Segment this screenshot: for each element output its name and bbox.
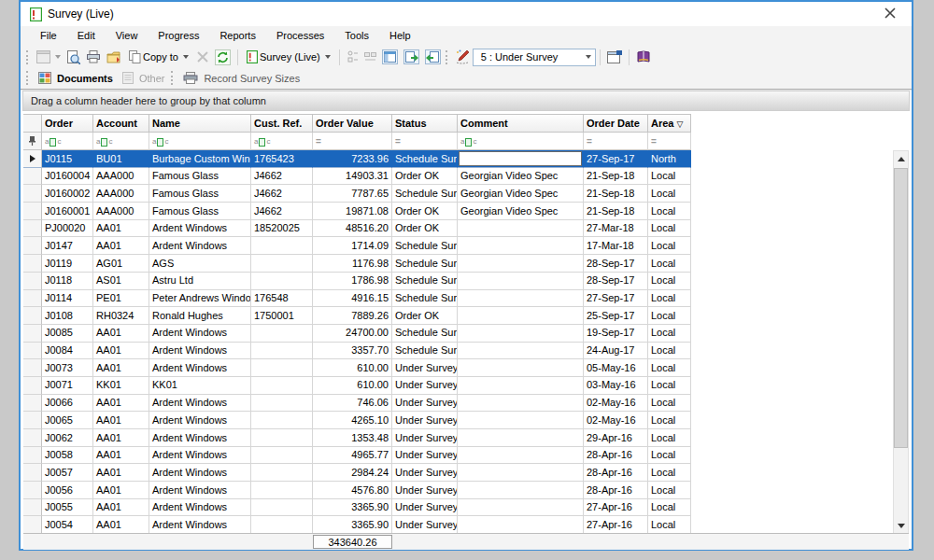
grid-cell-order-date[interactable]: 03-May-16 (584, 377, 648, 395)
row-indicator-cell[interactable] (23, 168, 42, 186)
close-icon[interactable] (884, 7, 899, 21)
table-row[interactable]: J0058AA01Ardent Windows4965.77Under Surv… (23, 447, 691, 465)
grid-cell-account[interactable]: KK01 (93, 377, 149, 395)
grid-cell-area[interactable]: Local (648, 273, 691, 290)
grid-cell-order-value[interactable]: 2984.24 (313, 464, 392, 482)
grid-cell-name[interactable]: Ardent Windows (149, 220, 251, 238)
grid-cell-status[interactable]: Schedule Survey (392, 290, 458, 308)
table-row[interactable]: J0062AA01Ardent Windows1353.48Under Surv… (23, 429, 691, 447)
grid-cell-comment[interactable] (458, 220, 584, 238)
grid-cell-order-date[interactable]: 27-Apr-16 (584, 516, 648, 534)
table-row[interactable]: J0160002AAA000Famous GlassJ46627787.65Sc… (23, 185, 691, 203)
grid-cell-order[interactable]: J0073 (42, 359, 93, 377)
grid-cell-area[interactable]: Local (648, 290, 691, 308)
filter-cell-area[interactable]: = (648, 133, 691, 150)
print-preview-button[interactable] (64, 49, 83, 66)
grid-cell-account[interactable]: AA01 (93, 395, 149, 413)
grid-cell-status[interactable]: Schedule Survey (392, 237, 458, 255)
other-tab-button[interactable]: Other (118, 70, 170, 86)
grid-cell-order[interactable]: J0118 (42, 273, 93, 290)
row-indicator-cell[interactable] (23, 395, 42, 413)
row-indicator-cell[interactable] (23, 325, 42, 343)
grid-cell-name[interactable]: Ardent Windows (149, 359, 251, 377)
table-row[interactable]: J0066AA01Ardent Windows746.06Under Surve… (23, 395, 691, 413)
grid-cell-comment[interactable] (458, 307, 584, 325)
grid-cell-order[interactable]: J0055 (42, 499, 93, 517)
grid-cell-status[interactable]: Under Survey (392, 499, 458, 517)
table-row[interactable]: J0084AA01Ardent Windows3357.70Schedule S… (23, 343, 691, 360)
row-indicator-cell[interactable] (23, 464, 42, 482)
toolbar-grip[interactable] (26, 71, 30, 85)
grid-cell-comment[interactable] (458, 359, 584, 377)
grid-cell-cust-ref[interactable] (251, 359, 313, 377)
grid-cell-order[interactable]: J0119 (42, 255, 93, 273)
grid-cell-order-value[interactable]: 4265.10 (313, 412, 392, 429)
grid-cell-order-date[interactable]: 21-Sep-18 (584, 168, 648, 186)
column-header-cust-ref[interactable]: Cust. Ref. (251, 114, 313, 133)
preview-pane-button[interactable] (379, 48, 401, 66)
grid-cell-order-value[interactable]: 610.00 (313, 359, 392, 377)
grid-cell-order[interactable]: J0062 (42, 429, 93, 447)
row-indicator-cell[interactable] (23, 237, 42, 255)
grid-cell-area[interactable]: Local (648, 185, 691, 203)
grid-cell-order[interactable]: J0085 (42, 325, 93, 343)
grid-cell-name[interactable]: Ardent Windows (149, 343, 251, 360)
grid-cell-comment[interactable] (458, 290, 584, 308)
grid-cell-order[interactable]: J0160002 (42, 185, 93, 203)
filter-cell-order-value[interactable]: = (313, 133, 392, 150)
menu-item-processes[interactable]: Processes (266, 28, 334, 43)
grid-cell-status[interactable]: Schedule Survey (392, 185, 458, 203)
grid-cell-status[interactable]: Schedule Survey (392, 150, 458, 168)
grid-cell-cust-ref[interactable]: 1750001 (251, 307, 313, 325)
grid-cell-order-value[interactable]: 14903.31 (313, 168, 392, 186)
grid-cell-status[interactable]: Under Survey (392, 447, 458, 465)
grid-cell-area[interactable]: Local (648, 516, 691, 534)
filter-cell-cust-ref[interactable]: ac (251, 133, 313, 150)
grid-cell-account[interactable]: AA01 (93, 464, 149, 482)
column-header-area[interactable]: Area▽ (648, 114, 691, 133)
grid-cell-area[interactable]: Local (648, 447, 691, 465)
grid-cell-cust-ref[interactable]: J4662 (251, 168, 313, 186)
grid-cell-order-date[interactable]: 27-Sep-17 (584, 150, 648, 168)
grid-cell-order-date[interactable]: 19-Sep-17 (584, 325, 648, 343)
grid-cell-order-value[interactable]: 7787.65 (313, 185, 392, 203)
grid-cell-order-value[interactable]: 746.06 (313, 395, 392, 413)
grid-cell-account[interactable]: AA01 (93, 482, 149, 499)
menu-item-reports[interactable]: Reports (209, 28, 266, 43)
row-indicator-cell[interactable] (23, 255, 42, 273)
grid-cell-area[interactable]: Local (648, 429, 691, 447)
grid-cell-name[interactable]: Ardent Windows (149, 237, 251, 255)
column-header-status[interactable]: Status (392, 114, 458, 133)
grid-cell-status[interactable]: Under Survey (392, 464, 458, 482)
grid-cell-cust-ref[interactable] (251, 255, 313, 273)
grid-cell-order[interactable]: J0056 (42, 482, 93, 499)
grid-cell-order-value[interactable]: 3357.70 (313, 343, 392, 360)
grid-cell-order-value[interactable]: 4576.80 (313, 482, 392, 499)
grid-cell-account[interactable]: AAA000 (93, 168, 149, 186)
table-row[interactable]: J0071KK01KK01610.00Under Survey03-May-16… (23, 377, 691, 395)
row-indicator-cell[interactable] (23, 516, 42, 534)
grid-cell-status[interactable]: Under Survey (392, 395, 458, 413)
grid-cell-cust-ref[interactable] (251, 447, 313, 465)
grid-cell-comment[interactable] (458, 429, 584, 447)
grid-cell-name[interactable]: Ardent Windows (149, 482, 251, 499)
grid-cell-order-value[interactable]: 4965.77 (313, 447, 392, 465)
menu-item-help[interactable]: Help (379, 28, 421, 43)
column-header-comment[interactable]: Comment (458, 114, 584, 133)
customize-columns-button[interactable] (344, 49, 361, 65)
grid-cell-order-date[interactable]: 29-Apr-16 (584, 429, 648, 447)
menu-item-view[interactable]: View (106, 28, 149, 43)
grid-cell-area[interactable]: Local (648, 412, 691, 429)
table-row[interactable]: J0160004AAA000Famous GlassJ466214903.31O… (23, 168, 691, 186)
grid-cell-status[interactable]: Under Survey (392, 516, 458, 534)
grid-cell-area[interactable]: Local (648, 343, 691, 360)
grid-cell-cust-ref[interactable] (251, 482, 313, 499)
filter-cell-account[interactable]: ac (93, 133, 149, 150)
row-indicator-cell[interactable] (23, 150, 42, 168)
grid-cell-account[interactable]: AA01 (93, 429, 149, 447)
grid-cell-order[interactable]: J0160004 (42, 168, 93, 186)
row-indicator-cell[interactable] (23, 185, 42, 203)
grid-cell-comment[interactable] (458, 499, 584, 517)
column-header-account[interactable]: Account (93, 114, 149, 133)
table-row[interactable]: J0160001AAA000Famous GlassJ466219871.08O… (23, 203, 691, 220)
